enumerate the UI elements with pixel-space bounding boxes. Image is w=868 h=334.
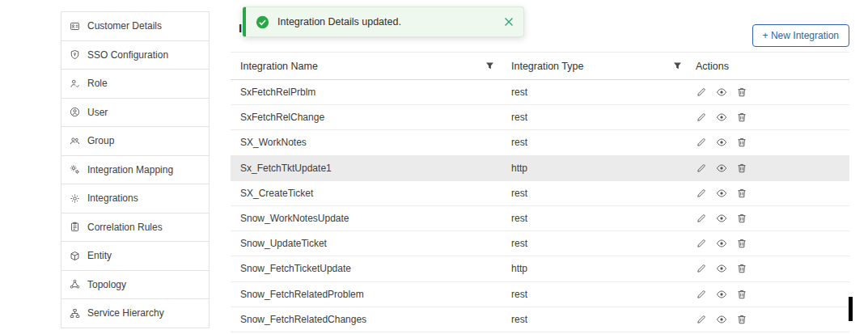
view-icon[interactable] bbox=[716, 238, 727, 249]
sidebar-item-group[interactable]: Group bbox=[61, 126, 210, 156]
sidebar-item-label: Customer Details bbox=[87, 20, 162, 32]
actions-cell bbox=[689, 256, 849, 281]
sidebar-item-integration-mapping[interactable]: Integration Mapping bbox=[61, 155, 210, 185]
integrations-table: Integration Name Integration Type Action… bbox=[231, 52, 849, 332]
view-icon[interactable] bbox=[716, 137, 727, 148]
column-header-actions: Actions bbox=[689, 53, 849, 79]
integration-type-cell: rest bbox=[502, 181, 689, 205]
actions-cell bbox=[689, 206, 849, 230]
view-icon[interactable] bbox=[716, 289, 727, 300]
delete-icon[interactable] bbox=[736, 314, 747, 325]
delete-icon[interactable] bbox=[736, 137, 747, 148]
actions-cell bbox=[689, 181, 849, 205]
sidebar-item-customer-details[interactable]: Customer Details bbox=[61, 11, 210, 41]
sidebar-item-integrations[interactable]: Integrations bbox=[61, 184, 210, 214]
edit-icon[interactable] bbox=[696, 289, 707, 300]
sidebar-item-entity[interactable]: Entity bbox=[61, 241, 210, 271]
view-icon[interactable] bbox=[716, 112, 727, 123]
delete-icon[interactable] bbox=[736, 163, 747, 174]
table-row[interactable]: SX_WorkNotes rest bbox=[231, 130, 849, 155]
integration-type-cell: rest bbox=[502, 105, 689, 129]
new-integration-button[interactable]: + New Integration bbox=[752, 24, 849, 47]
view-icon[interactable] bbox=[716, 263, 727, 274]
sidebar-item-label: Topology bbox=[87, 279, 126, 290]
integrations-icon bbox=[70, 193, 80, 204]
view-icon[interactable] bbox=[716, 87, 727, 98]
integration-name-cell: SxFetchRelChange bbox=[231, 105, 502, 129]
integration-name-cell: Snow_WorkNotesUpdate bbox=[231, 206, 502, 230]
toast-message: Integration Details updated. bbox=[277, 16, 496, 27]
filter-icon[interactable] bbox=[485, 61, 495, 71]
customer-details-icon bbox=[70, 21, 80, 32]
role-icon bbox=[70, 78, 80, 89]
sidebar-item-role[interactable]: Role bbox=[61, 69, 210, 99]
user-icon bbox=[70, 107, 80, 117]
table-row[interactable]: Snow_FetchRelatedProblem rest bbox=[231, 282, 849, 307]
table-row[interactable]: SxFetchRelChange rest bbox=[231, 105, 849, 130]
sidebar-item-topology[interactable]: Topology bbox=[61, 270, 210, 300]
sidebar-item-correlation-rules[interactable]: Correlation Rules bbox=[61, 213, 210, 243]
column-label: Actions bbox=[696, 61, 729, 72]
group-icon bbox=[70, 136, 80, 146]
integration-type-cell: rest bbox=[502, 130, 689, 154]
sso-configuration-icon bbox=[70, 49, 80, 60]
edit-icon[interactable] bbox=[696, 137, 707, 148]
correlation-rules-icon bbox=[70, 222, 80, 232]
toast-notification: Integration Details updated. bbox=[243, 6, 524, 37]
integration-name-cell: Snow_UpdateTicket bbox=[231, 231, 502, 256]
actions-cell bbox=[689, 105, 849, 129]
edit-icon[interactable] bbox=[696, 188, 707, 199]
view-icon[interactable] bbox=[716, 213, 727, 224]
actions-cell bbox=[689, 80, 849, 104]
edit-icon[interactable] bbox=[696, 87, 707, 98]
table-row[interactable]: Snow_FetchRelatedChanges rest bbox=[231, 307, 849, 332]
table-body: SxFetchRelPrblm rest SxFetchRelChange re… bbox=[231, 80, 849, 332]
delete-icon[interactable] bbox=[736, 112, 747, 123]
view-icon[interactable] bbox=[716, 314, 727, 325]
column-label: Integration Name bbox=[240, 61, 318, 72]
edit-icon[interactable] bbox=[696, 238, 707, 249]
delete-icon[interactable] bbox=[736, 238, 747, 249]
delete-icon[interactable] bbox=[736, 289, 747, 300]
integration-type-cell: rest bbox=[502, 307, 689, 332]
edit-icon[interactable] bbox=[696, 112, 707, 123]
edit-icon[interactable] bbox=[696, 314, 707, 325]
delete-icon[interactable] bbox=[736, 87, 747, 98]
integration-mapping-icon bbox=[70, 164, 80, 175]
delete-icon[interactable] bbox=[736, 213, 747, 224]
integration-type-cell: rest bbox=[502, 282, 689, 307]
filter-icon[interactable] bbox=[672, 61, 683, 71]
toast-close-icon[interactable] bbox=[504, 17, 514, 27]
table-row[interactable]: Snow_FetchTicketUpdate http bbox=[231, 256, 849, 281]
actions-cell bbox=[689, 130, 849, 154]
entity-icon bbox=[70, 251, 80, 261]
edit-icon[interactable] bbox=[696, 263, 707, 274]
integration-name-cell: SxFetchRelPrblm bbox=[231, 80, 502, 104]
sidebar-item-user[interactable]: User bbox=[61, 98, 210, 128]
actions-cell bbox=[689, 307, 849, 332]
integration-name-cell: SX_CreateTicket bbox=[231, 181, 502, 205]
integration-name-cell: Snow_FetchTicketUpdate bbox=[231, 256, 502, 281]
sidebar-item-service-hierarchy[interactable]: Service Hierarchy bbox=[61, 298, 210, 328]
sidebar-item-label: Integration Mapping bbox=[87, 164, 173, 175]
table-row[interactable]: SX_CreateTicket rest bbox=[231, 181, 849, 206]
integration-name-cell: SX_WorkNotes bbox=[231, 130, 502, 154]
table-row[interactable]: SxFetchRelPrblm rest bbox=[231, 80, 849, 105]
main-content: Integrations + New Integration Integrati… bbox=[231, 15, 849, 332]
view-icon[interactable] bbox=[716, 163, 727, 174]
sidebar-item-label: Service Hierarchy bbox=[87, 307, 164, 319]
delete-icon[interactable] bbox=[736, 263, 747, 274]
view-icon[interactable] bbox=[716, 188, 727, 199]
table-row[interactable]: Snow_WorkNotesUpdate rest bbox=[231, 206, 849, 231]
integration-name-cell: Snow_FetchRelatedProblem bbox=[231, 282, 502, 307]
integration-type-cell: http bbox=[502, 156, 689, 180]
delete-icon[interactable] bbox=[736, 188, 747, 199]
table-row[interactable]: Snow_UpdateTicket rest bbox=[231, 231, 849, 256]
edit-icon[interactable] bbox=[696, 163, 707, 174]
column-label: Integration Type bbox=[511, 61, 583, 72]
edit-icon[interactable] bbox=[696, 213, 707, 224]
integration-type-cell: http bbox=[502, 256, 689, 281]
integration-name-cell: Sx_FetchTktUpdate1 bbox=[231, 156, 502, 180]
sidebar-item-sso-configuration[interactable]: SSO Configuration bbox=[61, 40, 210, 70]
table-row[interactable]: Sx_FetchTktUpdate1 http bbox=[231, 156, 849, 181]
